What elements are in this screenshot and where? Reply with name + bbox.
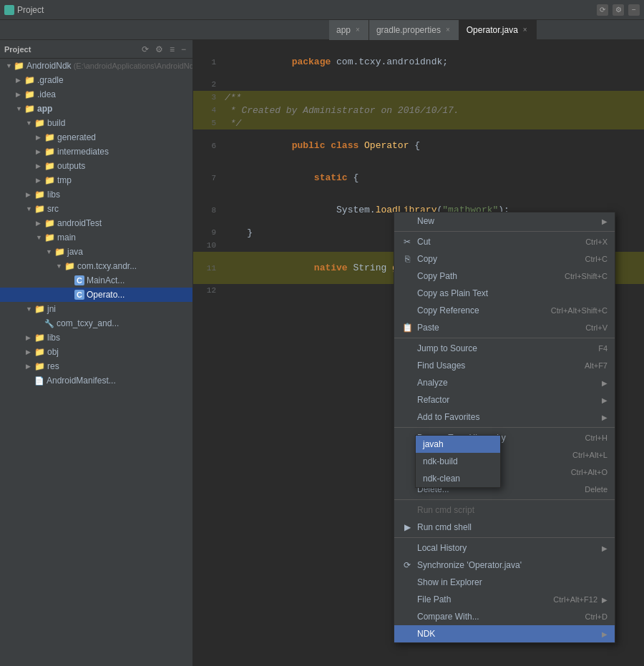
ndk-icon	[401, 628, 413, 640]
menu-copy[interactable]: ⎘ Copy Ctrl+C	[394, 250, 615, 268]
menu-copy-ref-label: Copy Reference	[417, 305, 547, 315]
tree-item-mainact[interactable]: ▶ C MainAct...	[0, 273, 192, 288]
menu-copy-plain-label: Copy as Plain Text	[417, 288, 608, 298]
tree-item-operator[interactable]: ▶ C Operato...	[0, 288, 192, 302]
submenu-ndk-build-label: ndk-build	[423, 456, 458, 466]
tree-item-outputs[interactable]: ▶ 📁 outputs	[0, 159, 192, 173]
menu-find[interactable]: Find Usages Alt+F7	[394, 357, 615, 374]
main-label: main	[57, 232, 76, 243]
tree-item-java[interactable]: ▼ 📁 java	[0, 245, 192, 259]
java-label: java	[67, 247, 83, 257]
tree-item-com[interactable]: ▼ 📁 com.tcxy.andr...	[0, 259, 192, 273]
line-content-5: */	[222, 118, 644, 129]
menu-ndk[interactable]: NDK ▶	[394, 625, 615, 642]
reformat-icon	[401, 449, 413, 461]
tree-item-idea[interactable]: ▶ 📁 .idea	[0, 87, 192, 102]
tab-operator-close[interactable]: ×	[522, 25, 529, 34]
tree-item-jni[interactable]: ▼ 📁 jni	[0, 302, 192, 316]
menu-copy-plain[interactable]: Copy as Plain Text	[394, 285, 615, 302]
minus-btn[interactable]: −	[628, 4, 640, 16]
menu-file-path[interactable]: File Path Ctrl+Alt+F12 ▶	[394, 591, 615, 608]
build-label: build	[47, 118, 65, 128]
compare-icon	[401, 611, 413, 622]
tree-root[interactable]: ▼ 📁 AndroidNdk (E:\androidApplications\A…	[0, 59, 192, 73]
app-label: app	[37, 104, 52, 114]
menu-refactor[interactable]: Refactor ▶	[394, 391, 615, 408]
submenu-javah[interactable]: javah	[416, 436, 500, 453]
refactor-arrow: ▶	[602, 396, 608, 404]
main-layout: Project ⟳ ⚙ ≡ − ▼ 📁 AndroidNdk (E:\andro…	[0, 40, 644, 666]
tab-bar: app × gradle.properties × Operator.java …	[0, 20, 644, 40]
tree-item-libs[interactable]: ▶ 📁 libs	[0, 187, 192, 202]
mainact-c-badge: C	[74, 275, 84, 285]
panel-settings-icon[interactable]: ⚙	[153, 44, 165, 55]
panel-minus-icon[interactable]: −	[179, 44, 188, 55]
submenu-ndk-clean[interactable]: ndk-clean	[416, 470, 500, 487]
menu-synchronize[interactable]: ⟳ Synchronize 'Operator.java'	[394, 557, 615, 574]
tree-item-generated[interactable]: ▶ 📁 generated	[0, 130, 192, 145]
hierarchy-icon	[401, 432, 413, 444]
submenu-ndk-build[interactable]: ndk-build	[416, 453, 500, 470]
menu-cut-shortcut: Ctrl+X	[585, 237, 608, 246]
menu-run-script[interactable]: Run cmd script	[394, 501, 615, 519]
menu-favorites[interactable]: Add to Favorites ▶	[394, 408, 615, 426]
line-content-6: public class Operator {	[222, 129, 644, 162]
submenu-javah-label: javah	[423, 439, 444, 449]
context-menu: New ▶ ✂ Cut Ctrl+X ⎘ Copy Ctrl+C Copy Pa…	[394, 212, 615, 643]
tree-item-gradle[interactable]: ▶ 📁 .gradle	[0, 73, 192, 87]
src-folder-icon: 📁	[34, 204, 45, 214]
menu-new[interactable]: New ▶	[394, 212, 615, 230]
androidtest-label: androidTest	[57, 218, 102, 228]
panel-icons: ⟳ ⚙ ≡ −	[140, 44, 188, 55]
menu-copy-path[interactable]: Copy Path Ctrl+Shift+C	[394, 268, 615, 285]
com-label: com.tcxy.andr...	[77, 261, 137, 271]
tab-app[interactable]: app ×	[329, 20, 369, 40]
title-bar: Project ⟳ ⚙ −	[0, 0, 644, 20]
tab-gradle-close[interactable]: ×	[444, 25, 452, 34]
panel-sync-icon[interactable]: ⟳	[140, 44, 151, 55]
gradle-folder-icon: 📁	[24, 75, 35, 85]
history-icon	[401, 542, 413, 554]
menu-local-history[interactable]: Local History ▶	[394, 539, 615, 557]
tree-item-app[interactable]: ▼ 📁 app	[0, 102, 192, 116]
tree-item-intermediates[interactable]: ▶ 📁 intermediates	[0, 145, 192, 159]
line-num-4: 4	[193, 106, 222, 114]
panel-gear-icon[interactable]: ≡	[167, 44, 177, 55]
menu-run-shell[interactable]: ▶ Run cmd shell	[394, 519, 615, 536]
menu-jump[interactable]: Jump to Source F4	[394, 340, 615, 357]
settings-btn[interactable]: ⚙	[613, 4, 624, 16]
refactor-icon	[401, 394, 413, 406]
tree-item-com-c[interactable]: ▶ 🔧 com_tcxy_and...	[0, 316, 192, 330]
tree-item-main[interactable]: ▼ 📁 main	[0, 230, 192, 245]
tree-item-src[interactable]: ▼ 📁 src	[0, 202, 192, 216]
menu-compare[interactable]: Compare With... Ctrl+D	[394, 608, 615, 625]
obj-folder-icon: 📁	[34, 347, 45, 357]
menu-run-script-label: Run cmd script	[417, 505, 608, 515]
tab-gradle[interactable]: gradle.properties ×	[369, 20, 459, 40]
tab-app-label: app	[336, 25, 351, 35]
menu-copy-path-label: Copy Path	[417, 271, 560, 281]
tree-item-androidtest[interactable]: ▶ 📁 androidTest	[0, 216, 192, 230]
sep-4	[394, 499, 615, 500]
tree-item-res[interactable]: ▶ 📁 res	[0, 359, 192, 373]
tree-item-build[interactable]: ▼ 📁 build	[0, 116, 192, 130]
tree-item-tmp[interactable]: ▶ 📁 tmp	[0, 173, 192, 187]
manifest-label: AndroidManifest...	[47, 376, 116, 386]
menu-paste[interactable]: 📋 Paste Ctrl+V	[394, 319, 615, 336]
sync-btn[interactable]: ⟳	[597, 4, 608, 16]
menu-cut[interactable]: ✂ Cut Ctrl+X	[394, 233, 615, 250]
res-folder-icon: 📁	[34, 361, 45, 371]
menu-analyze[interactable]: Analyze ▶	[394, 374, 615, 391]
menu-copy-ref[interactable]: Copy Reference Ctrl+Alt+Shift+C	[394, 302, 615, 319]
ndk-submenu: javah ndk-build ndk-clean	[415, 435, 501, 488]
tree-item-libs2[interactable]: ▶ 📁 libs	[0, 330, 192, 345]
menu-new-label: New	[417, 216, 597, 226]
menu-show-explorer[interactable]: Show in Explorer	[394, 574, 615, 591]
tab-operator[interactable]: Operator.java ×	[459, 20, 537, 40]
operator-c-badge: C	[74, 290, 84, 300]
find-icon	[401, 360, 413, 371]
menu-copy-ref-shortcut: Ctrl+Alt+Shift+C	[551, 306, 608, 315]
tab-app-close[interactable]: ×	[354, 25, 361, 34]
tree-item-obj[interactable]: ▶ 📁 obj	[0, 345, 192, 359]
tree-item-manifest[interactable]: ▶ 📄 AndroidManifest...	[0, 373, 192, 388]
